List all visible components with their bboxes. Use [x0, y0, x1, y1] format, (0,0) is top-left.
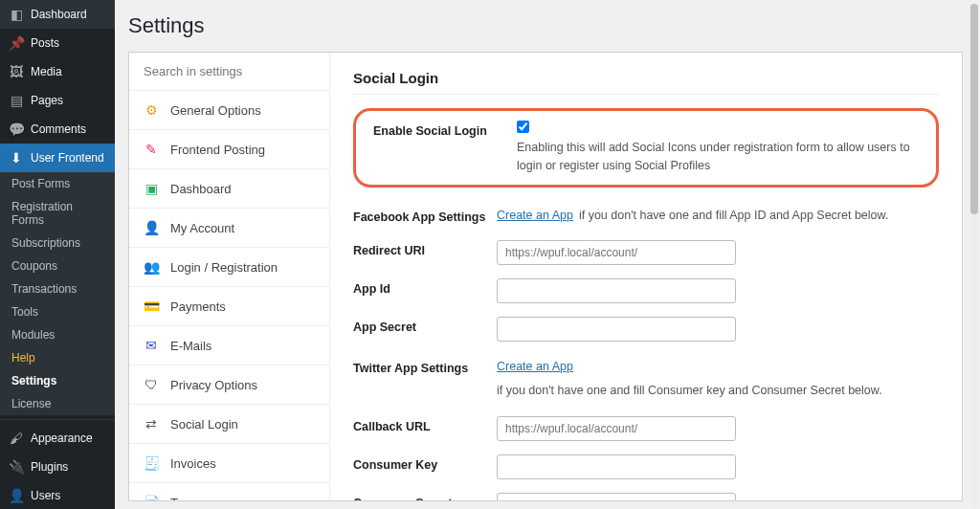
- enable-desc: Enabling this will add Social Icons unde…: [517, 139, 919, 175]
- menu-pages[interactable]: ▤Pages: [0, 86, 115, 115]
- submenu-tools[interactable]: Tools: [0, 300, 115, 323]
- menu-posts[interactable]: 📌Posts: [0, 29, 115, 57]
- menu-plugins[interactable]: 🔌Plugins: [0, 453, 115, 481]
- tab-privacy[interactable]: 🛡Privacy Options: [129, 365, 329, 405]
- menu-comments[interactable]: 💬Comments: [0, 115, 115, 144]
- share-icon: ⇄: [144, 416, 159, 432]
- search-in-settings[interactable]: Search in settings: [129, 53, 329, 91]
- menu-label: Media: [31, 65, 62, 78]
- media-icon: 🖼: [8, 63, 25, 80]
- page-title: Settings: [128, 13, 963, 38]
- tab-tax[interactable]: 📄Tax: [129, 483, 329, 500]
- enable-label: Enable Social Login: [373, 121, 517, 138]
- app-secret-input[interactable]: [497, 317, 736, 342]
- dashboard-icon: ◧: [8, 6, 25, 23]
- consumer-secret-input[interactable]: [497, 493, 736, 500]
- comment-icon: 💬: [8, 121, 25, 138]
- scrollbar-track[interactable]: [970, 2, 978, 507]
- shield-icon: 🛡: [144, 377, 159, 392]
- consumer-key-label: Consumer Key: [353, 454, 497, 472]
- tab-dashboard[interactable]: ▣Dashboard: [129, 169, 329, 209]
- callback-url-input[interactable]: [497, 416, 736, 441]
- brush-icon: 🖌: [8, 430, 25, 447]
- tab-emails[interactable]: ✉E-Mails: [129, 326, 329, 365]
- callback-url-label: Callback URL: [353, 416, 497, 433]
- menu-dashboard[interactable]: ◧Dashboard: [0, 0, 115, 29]
- tw-settings-label: Twitter App Settings: [353, 358, 497, 375]
- tab-general[interactable]: ⚙General Options: [129, 91, 329, 130]
- app-id-input[interactable]: [497, 278, 736, 303]
- submenu-subscriptions[interactable]: Subscriptions: [0, 232, 115, 254]
- settings-panel: Search in settings ⚙General Options ✎Fro…: [128, 52, 963, 501]
- enable-social-login-checkbox[interactable]: [517, 121, 529, 133]
- fb-create-app-link[interactable]: Create an App: [497, 207, 573, 225]
- menu-media[interactable]: 🖼Media: [0, 57, 115, 86]
- main-area: Settings Search in settings ⚙General Opt…: [115, 0, 980, 509]
- page-icon: ▤: [8, 92, 25, 109]
- gear-icon: ⚙: [144, 102, 159, 118]
- fb-settings-label: Facebook App Settings: [353, 207, 497, 224]
- settings-content: Social Login Enable Social Login Enablin…: [330, 53, 962, 500]
- tw-desc: if you don't have one and fill Consumer …: [497, 382, 882, 400]
- login-icon: 👥: [144, 259, 159, 275]
- consumer-secret-label: Consumer Secret: [353, 493, 497, 500]
- tab-invoices[interactable]: 🧾Invoices: [129, 444, 329, 483]
- tab-my-account[interactable]: 👤My Account: [129, 209, 329, 248]
- menu-label: Comments: [31, 122, 86, 136]
- submenu-settings[interactable]: Settings: [0, 369, 115, 392]
- tab-login-registration[interactable]: 👥Login / Registration: [129, 248, 329, 287]
- app-id-label: App Id: [353, 278, 497, 296]
- submenu-coupons[interactable]: Coupons: [0, 254, 115, 277]
- settings-tabs: Search in settings ⚙General Options ✎Fro…: [129, 53, 330, 500]
- tab-frontend-posting[interactable]: ✎Frontend Posting: [129, 130, 329, 169]
- submenu-license[interactable]: License: [0, 392, 115, 415]
- redirect-uri-label: Redirect URI: [353, 240, 497, 257]
- consumer-key-input[interactable]: [497, 454, 736, 479]
- redirect-uri-input[interactable]: [497, 240, 736, 265]
- fb-desc: if you don't have one and fill App ID an…: [579, 207, 888, 225]
- menu-label: Dashboard: [31, 8, 87, 21]
- tw-create-app-link[interactable]: Create an App: [497, 358, 573, 376]
- menu-user-frontend[interactable]: ⬇User Frontend: [0, 144, 115, 172]
- tab-social-login[interactable]: ⇄Social Login: [129, 405, 329, 444]
- invoice-icon: 🧾: [144, 455, 159, 471]
- submenu-help[interactable]: Help: [0, 346, 115, 369]
- scrollbar-thumb[interactable]: [970, 4, 978, 214]
- menu-label: Users: [31, 489, 60, 502]
- dashboard-icon: ▣: [144, 181, 159, 196]
- tax-icon: 📄: [144, 495, 159, 500]
- menu-label: Appearance: [31, 432, 93, 445]
- menu-label: Pages: [31, 94, 63, 107]
- plugin-icon: 🔌: [8, 458, 25, 476]
- menu-appearance[interactable]: 🖌Appearance: [0, 424, 115, 453]
- section-heading: Social Login: [353, 70, 939, 95]
- highlighted-enable-row: Enable Social Login Enabling this will a…: [353, 108, 939, 188]
- users-icon: 👤: [8, 487, 25, 504]
- menu-users[interactable]: 👤Users: [0, 481, 115, 509]
- submenu-modules[interactable]: Modules: [0, 323, 115, 346]
- menu-label: Posts: [31, 36, 59, 50]
- pin-icon: 📌: [8, 34, 25, 52]
- account-icon: 👤: [144, 220, 159, 235]
- payments-icon: 💳: [144, 299, 159, 314]
- menu-label: User Frontend: [31, 151, 104, 165]
- submenu-transactions[interactable]: Transactions: [0, 277, 115, 300]
- submenu-post-forms[interactable]: Post Forms: [0, 172, 115, 195]
- tab-payments[interactable]: 💳Payments: [129, 287, 329, 326]
- app-secret-label: App Secret: [353, 317, 497, 334]
- wp-admin-sidebar: ◧Dashboard 📌Posts 🖼Media ▤Pages 💬Comment…: [0, 0, 115, 509]
- posting-icon: ✎: [144, 142, 159, 157]
- user-frontend-icon: ⬇: [8, 149, 25, 166]
- mail-icon: ✉: [144, 338, 159, 353]
- menu-label: Plugins: [31, 460, 68, 474]
- submenu-user-frontend: Post Forms Registration Forms Subscripti…: [0, 172, 115, 415]
- submenu-registration-forms[interactable]: Registration Forms: [0, 195, 115, 232]
